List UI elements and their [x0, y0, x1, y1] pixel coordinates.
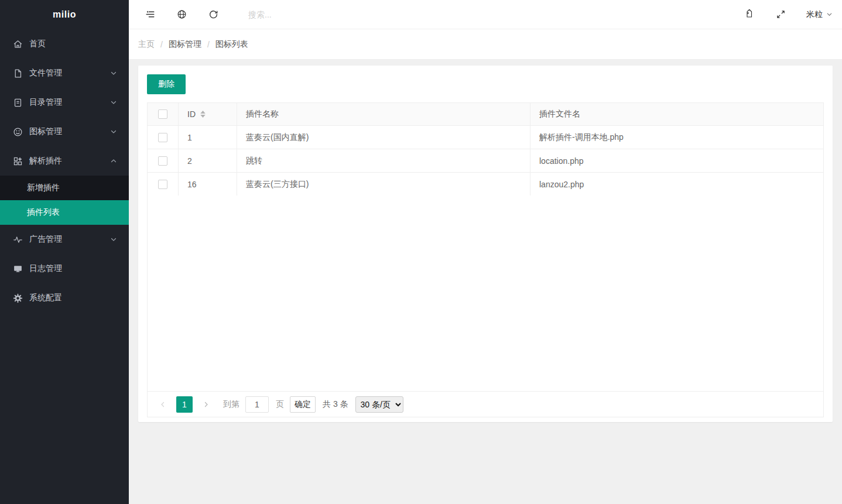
cell-id: 2	[179, 149, 237, 172]
sidebar-item-label: 解析插件	[29, 156, 110, 166]
goto-label: 到第	[223, 399, 239, 410]
header-checkbox-cell	[148, 103, 179, 125]
prev-page-icon[interactable]	[156, 396, 169, 413]
table-header-row: ID 插件名称 插件文件名	[148, 103, 823, 125]
sidebar-subitem-plugin-list[interactable]: 插件列表	[0, 200, 129, 225]
chevron-down-icon	[110, 70, 117, 77]
sidebar-item-label: 文件管理	[29, 68, 110, 78]
delete-button[interactable]: 删除	[147, 74, 186, 94]
header-name-cell: 插件名称	[237, 103, 530, 125]
select-all-checkbox[interactable]	[158, 109, 167, 119]
row-checkbox[interactable]	[158, 180, 167, 189]
cell-plugin-file: location.php	[530, 149, 823, 172]
table-row: 2 跳转 location.php	[148, 149, 823, 172]
sidebar-item-plugins[interactable]: 解析插件	[0, 146, 129, 176]
breadcrumb-icon-management[interactable]: 图标管理	[169, 39, 201, 50]
chevron-down-icon	[110, 128, 117, 135]
sort-icon[interactable]	[200, 111, 206, 118]
sidebar-item-ads[interactable]: 广告管理	[0, 225, 129, 254]
sidebar-item-catalog[interactable]: 目录管理	[0, 88, 129, 117]
table-empty-space	[148, 196, 823, 391]
fullscreen-icon[interactable]	[769, 3, 792, 26]
sidebar-item-label: 广告管理	[29, 234, 110, 245]
sidebar: milio 首页 文件管理 目录管理	[0, 0, 129, 504]
page-size-select[interactable]: 30 条/页	[355, 396, 403, 413]
sidebar-item-icons[interactable]: 图标管理	[0, 117, 129, 146]
page-label: 页	[276, 399, 284, 410]
chevron-down-icon	[826, 11, 833, 18]
column-label-file: 插件文件名	[539, 109, 580, 119]
header-file-cell: 插件文件名	[530, 103, 823, 125]
cell-plugin-name: 蓝奏云(国内直解)	[237, 126, 530, 149]
top-bar-right: 米粒	[729, 3, 833, 26]
cell-plugin-file: lanzou2.php	[530, 173, 823, 196]
sub-item-label: 新增插件	[27, 183, 60, 193]
cell-id: 16	[179, 173, 237, 196]
gear-icon	[13, 293, 23, 303]
app-logo: milio	[0, 0, 129, 29]
sidebar-item-label: 日志管理	[29, 263, 117, 274]
cell-plugin-name: 蓝奏云(三方接口)	[237, 173, 530, 196]
plugin-table: ID 插件名称 插件文件名	[147, 102, 824, 417]
total-count-label: 共 3 条	[323, 399, 348, 410]
tag-icon[interactable]	[737, 3, 761, 26]
row-checkbox-cell	[148, 173, 179, 196]
breadcrumb: 主页 / 图标管理 / 图标列表	[129, 29, 842, 60]
column-label-id: ID	[187, 109, 196, 119]
sidebar-item-home[interactable]: 首页	[0, 29, 129, 59]
chevron-down-icon	[110, 99, 117, 106]
globe-icon[interactable]	[170, 3, 193, 26]
plugins-submenu: 新增插件 插件列表	[0, 176, 129, 225]
pagination-bar: 1 到第 页 确定 共 3 条 30 条/页	[148, 391, 823, 417]
pulse-icon	[13, 235, 23, 245]
sub-item-label: 插件列表	[27, 207, 60, 218]
catalog-icon	[13, 98, 23, 108]
chevron-up-icon	[110, 157, 117, 164]
smiley-icon	[13, 127, 23, 137]
table-row: 16 蓝奏云(三方接口) lanzou2.php	[148, 172, 823, 196]
confirm-button[interactable]: 确定	[290, 396, 316, 413]
breadcrumb-separator: /	[160, 40, 163, 49]
table-row: 1 蓝奏云(国内直解) 解析插件-调用本地.php	[148, 125, 823, 149]
sidebar-item-label: 首页	[29, 39, 117, 49]
monitor-icon	[13, 264, 23, 274]
row-checkbox[interactable]	[158, 133, 167, 142]
content-area: 删除 ID 插件名称	[129, 60, 842, 504]
row-checkbox[interactable]	[158, 156, 167, 166]
sidebar-nav: 首页 文件管理 目录管理 图标管理	[0, 29, 129, 504]
home-icon	[13, 39, 23, 49]
cell-plugin-file: 解析插件-调用本地.php	[530, 126, 823, 149]
goto-page-input[interactable]	[245, 396, 269, 413]
top-bar: 米粒	[129, 0, 842, 29]
collapse-sidebar-icon[interactable]	[138, 3, 162, 26]
sidebar-item-settings[interactable]: 系统配置	[0, 283, 129, 313]
row-checkbox-cell	[148, 126, 179, 149]
sidebar-item-files[interactable]: 文件管理	[0, 59, 129, 88]
cell-id: 1	[179, 126, 237, 149]
current-page-button[interactable]: 1	[176, 396, 193, 413]
sidebar-item-logs[interactable]: 日志管理	[0, 254, 129, 283]
breadcrumb-icon-list: 图标列表	[215, 39, 248, 50]
column-label-name: 插件名称	[246, 109, 279, 119]
chevron-down-icon	[110, 236, 117, 243]
blocks-icon	[13, 156, 23, 166]
sidebar-item-label: 目录管理	[29, 97, 110, 108]
breadcrumb-separator: /	[207, 40, 210, 49]
cell-plugin-name: 跳转	[237, 149, 530, 172]
username: 米粒	[806, 9, 823, 20]
sidebar-item-label: 系统配置	[29, 293, 117, 303]
main-area: 米粒 主页 / 图标管理 / 图标列表 删除	[129, 0, 842, 504]
search-input[interactable]	[248, 10, 377, 19]
row-checkbox-cell	[148, 149, 179, 172]
breadcrumb-home[interactable]: 主页	[138, 39, 155, 50]
next-page-icon[interactable]	[200, 396, 213, 413]
sidebar-item-label: 图标管理	[29, 126, 110, 137]
header-id-cell: ID	[179, 103, 237, 125]
plugin-list-card: 删除 ID 插件名称	[138, 66, 833, 422]
user-menu[interactable]: 米粒	[806, 9, 833, 20]
sidebar-subitem-add-plugin[interactable]: 新增插件	[0, 176, 129, 200]
file-icon	[13, 68, 23, 78]
refresh-icon[interactable]	[201, 3, 225, 26]
